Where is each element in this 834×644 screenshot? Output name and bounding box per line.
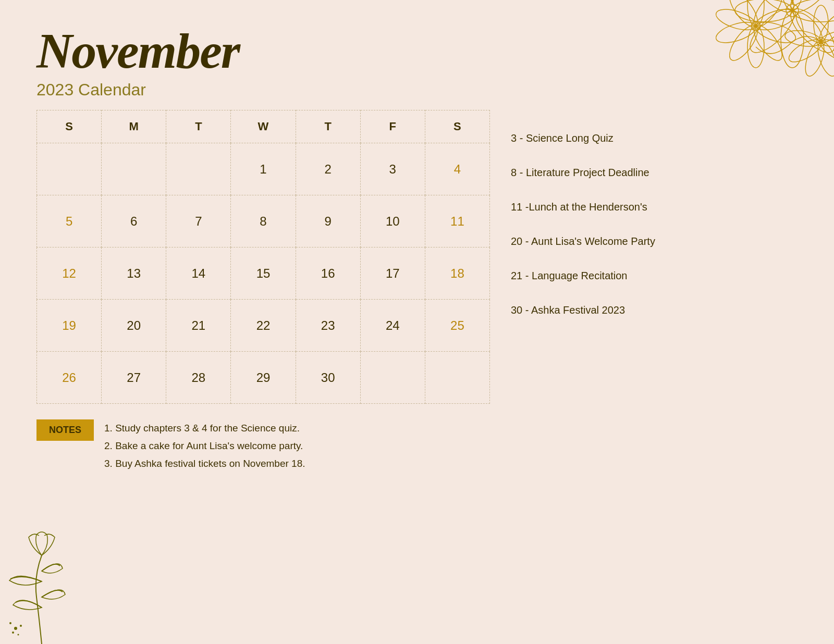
calendar-day-25: 25 — [425, 300, 489, 352]
calendar-day-15: 15 — [231, 247, 296, 300]
calendar-day-6: 6 — [102, 195, 166, 247]
calendar-day-13: 13 — [102, 247, 166, 300]
floral-top-right — [688, 0, 834, 109]
svg-point-19 — [714, 18, 758, 47]
page-container: November 2023 Calendar S M T W T F S — [0, 0, 834, 644]
calendar-day-18: 18 — [425, 247, 489, 300]
svg-line-10 — [788, 0, 792, 4]
calendar-header-row: S M T W T F S — [37, 110, 490, 143]
event-item-2: 8 - Literature Project Deadline — [511, 165, 803, 180]
notes-content: 1. Study chapters 3 & 4 for the Science … — [104, 419, 305, 473]
events-section: 3 - Science Long Quiz 8 - Literature Pro… — [511, 110, 803, 473]
calendar-week-2: 567891011 — [37, 195, 490, 247]
calendar-empty — [37, 143, 102, 195]
calendar-day-30: 30 — [296, 352, 360, 404]
calendar-day-24: 24 — [360, 300, 425, 352]
calendar-empty — [360, 352, 425, 404]
calendar-empty — [425, 352, 489, 404]
calendar-day-26: 26 — [37, 352, 102, 404]
calendar-day-10: 10 — [360, 195, 425, 247]
calendar-day-17: 17 — [360, 247, 425, 300]
day-header-thu: T — [296, 110, 360, 143]
notes-section: NOTES 1. Study chapters 3 & 4 for the Sc… — [36, 419, 490, 473]
svg-point-4 — [781, 10, 804, 68]
notes-label: NOTES — [36, 419, 94, 441]
svg-point-36 — [12, 631, 14, 634]
svg-point-35 — [20, 625, 22, 627]
calendar-day-7: 7 — [166, 195, 231, 247]
calendar-day-21: 21 — [166, 300, 231, 352]
calendar-day-12: 12 — [37, 247, 102, 300]
calendar-empty — [102, 143, 166, 195]
calendar-week-5: 2627282930 — [37, 352, 490, 404]
calendar-day-4: 4 — [425, 143, 489, 195]
event-item-3: 11 -Lunch at the Henderson's — [511, 200, 803, 214]
calendar-day-16: 16 — [296, 247, 360, 300]
calendar-day-3: 3 — [360, 143, 425, 195]
calendar-table: S M T W T F S 12345678910111213141516171… — [36, 110, 490, 404]
calendar-day-2: 2 — [296, 143, 360, 195]
calendar-day-23: 23 — [296, 300, 360, 352]
svg-line-11 — [792, 0, 796, 4]
event-item-5: 21 - Language Recitation — [511, 268, 803, 283]
note-item-1: 1. Study chapters 3 & 4 for the Science … — [104, 419, 305, 437]
calendar-day-11: 11 — [425, 195, 489, 247]
note-item-2: 2. Bake a cake for Aunt Lisa's welcome p… — [104, 437, 305, 455]
calendar-day-19: 19 — [37, 300, 102, 352]
calendar-day-14: 14 — [166, 247, 231, 300]
svg-point-37 — [18, 634, 19, 636]
day-header-sat: S — [425, 110, 489, 143]
calendar-day-1: 1 — [231, 143, 296, 195]
day-header-sun: S — [37, 110, 102, 143]
svg-point-34 — [9, 622, 11, 624]
calendar-section: S M T W T F S 12345678910111213141516171… — [36, 110, 490, 473]
day-header-mon: M — [102, 110, 166, 143]
svg-point-33 — [14, 627, 17, 630]
event-item-6: 30 - Ashka Festival 2023 — [511, 303, 803, 317]
calendar-day-28: 28 — [166, 352, 231, 404]
svg-point-23 — [814, 5, 828, 42]
event-item-4: 20 - Aunt Lisa's Welcome Party — [511, 234, 803, 249]
day-header-wed: W — [231, 110, 296, 143]
day-header-fri: F — [360, 110, 425, 143]
calendar-day-29: 29 — [231, 352, 296, 404]
calendar-day-9: 9 — [296, 195, 360, 247]
event-item-1: 3 - Science Long Quiz — [511, 131, 803, 145]
calendar-week-4: 19202122232425 — [37, 300, 490, 352]
calendar-day-27: 27 — [102, 352, 166, 404]
calendar-day-5: 5 — [37, 195, 102, 247]
calendar-week-3: 12131415161718 — [37, 247, 490, 300]
note-item-3: 3. Buy Ashka festival tickets on Novembe… — [104, 455, 305, 473]
calendar-week-1: 1234 — [37, 143, 490, 195]
day-header-tue: T — [166, 110, 231, 143]
calendar-day-22: 22 — [231, 300, 296, 352]
main-content: S M T W T F S 12345678910111213141516171… — [36, 110, 803, 473]
calendar-day-8: 8 — [231, 195, 296, 247]
svg-point-20 — [714, 5, 758, 34]
calendar-empty — [166, 143, 231, 195]
svg-point-18 — [725, 21, 763, 65]
calendar-day-20: 20 — [102, 300, 166, 352]
floral-bottom-left — [0, 493, 83, 644]
